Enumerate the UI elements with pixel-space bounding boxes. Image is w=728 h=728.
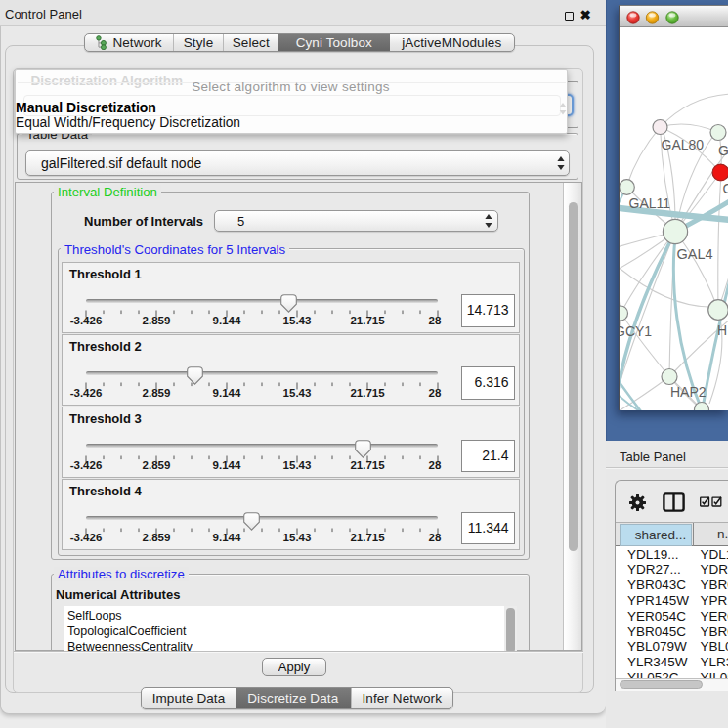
svg-text:GAL11: GAL11 [628, 195, 670, 211]
svg-text:GAL4: GAL4 [676, 245, 712, 261]
svg-text:GAL80: GAL80 [661, 136, 704, 151]
svg-text:GCY1: GCY1 [620, 322, 652, 338]
svg-text:CD: CD [722, 181, 728, 196]
svg-text:HAP2: HAP2 [670, 383, 707, 399]
svg-text:GC: GC [718, 142, 728, 157]
svg-text:H: H [717, 321, 727, 337]
